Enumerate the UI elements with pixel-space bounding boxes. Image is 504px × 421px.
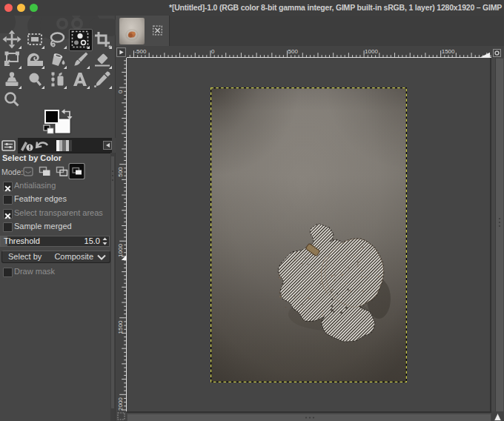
svg-text:1000: 1000 [117, 244, 124, 257]
svg-text:1000: 1000 [365, 48, 378, 55]
svg-text:1500: 1500 [117, 320, 124, 334]
svg-text:0: 0 [117, 90, 124, 93]
svg-text:500: 500 [288, 48, 299, 55]
svg-text:1500: 1500 [442, 48, 455, 55]
svg-text:500: 500 [117, 167, 124, 177]
svg-text:-500: -500 [134, 48, 147, 55]
svg-text:0: 0 [211, 48, 215, 55]
svg-text:2000: 2000 [117, 397, 124, 411]
